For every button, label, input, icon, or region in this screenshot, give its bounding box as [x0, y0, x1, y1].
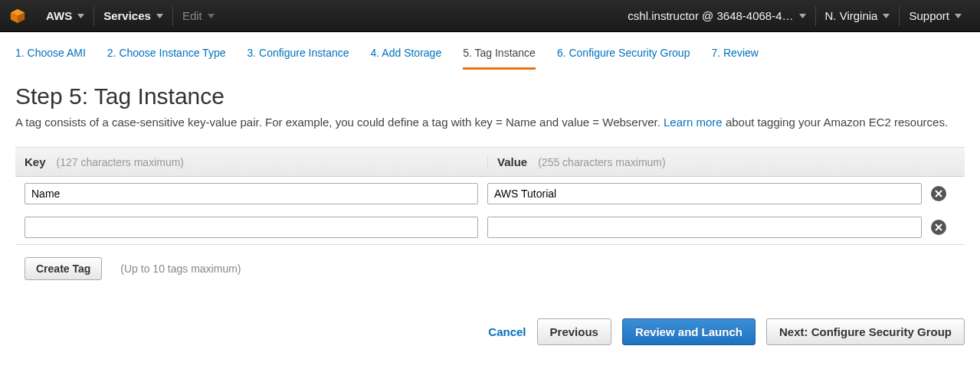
account-label: cshl.instructor @ 3648-4068-4… [628, 9, 793, 22]
tag-key-input[interactable] [25, 183, 478, 204]
aws-menu[interactable]: AWS [37, 0, 93, 32]
svg-marker-7 [883, 14, 890, 18]
edit-menu[interactable]: Edit [173, 0, 224, 32]
wizard-footer: Cancel Previous Review and Launch Next: … [0, 305, 980, 359]
step-choose-ami[interactable]: 1. Choose AMI [15, 46, 86, 70]
page-description: A tag consists of a case-sensitive key-v… [15, 114, 965, 131]
svg-marker-4 [156, 14, 163, 18]
svg-marker-8 [955, 14, 962, 18]
step-choose-instance-type[interactable]: 2. Choose Instance Type [107, 46, 226, 70]
step-tag-instance[interactable]: 5. Tag Instance [463, 46, 536, 70]
region-menu[interactable]: N. Virginia [816, 0, 900, 32]
caret-down-icon [77, 14, 84, 18]
previous-button[interactable]: Previous [537, 318, 611, 345]
step-review[interactable]: 7. Review [711, 46, 758, 70]
aws-menu-label: AWS [46, 9, 72, 22]
main-content: Step 5: Tag Instance A tag consists of a… [0, 70, 980, 305]
value-header-label: Value [497, 155, 527, 168]
tag-value-input[interactable] [487, 183, 922, 204]
tag-table-header: Key (127 characters maximum) Value (255 … [15, 148, 965, 177]
caret-down-icon [955, 14, 962, 18]
tag-row [15, 177, 965, 210]
cancel-link[interactable]: Cancel [488, 325, 526, 338]
account-menu[interactable]: cshl.instructor @ 3648-4068-4… [618, 0, 814, 32]
region-label: N. Virginia [825, 9, 878, 22]
caret-down-icon [208, 14, 215, 18]
svg-marker-6 [799, 14, 806, 18]
desc-post: about tagging your Amazon EC2 resources. [723, 116, 948, 129]
key-header-hint: (127 characters maximum) [57, 156, 185, 168]
caret-down-icon [156, 14, 163, 18]
svg-marker-5 [208, 14, 215, 18]
tag-table: Key (127 characters maximum) Value (255 … [15, 147, 965, 245]
create-tag-button[interactable]: Create Tag [25, 257, 102, 280]
page-title: Step 5: Tag Instance [15, 83, 965, 109]
key-header-label: Key [25, 155, 46, 168]
create-tag-row: Create Tag (Up to 10 tags maximum) [15, 245, 965, 289]
support-menu[interactable]: Support [900, 0, 971, 32]
tag-key-input[interactable] [25, 217, 478, 238]
aws-logo-icon [9, 8, 26, 24]
caret-down-icon [883, 14, 890, 18]
desc-pre: A tag consists of a case-sensitive key-v… [15, 116, 664, 129]
edit-menu-label: Edit [182, 9, 202, 22]
services-menu[interactable]: Services [94, 0, 172, 32]
support-label: Support [909, 9, 949, 22]
create-tag-hint: (Up to 10 tags maximum) [120, 263, 241, 275]
svg-marker-3 [77, 14, 84, 18]
col-header-key: Key (127 characters maximum) [25, 155, 487, 168]
tag-value-input[interactable] [487, 217, 922, 238]
remove-tag-icon[interactable] [931, 220, 946, 235]
remove-tag-icon[interactable] [931, 186, 946, 201]
wizard-steps: 1. Choose AMI 2. Choose Instance Type 3.… [0, 32, 980, 70]
tag-row [15, 210, 965, 244]
next-button[interactable]: Next: Configure Security Group [766, 318, 965, 345]
review-and-launch-button[interactable]: Review and Launch [622, 318, 755, 345]
step-configure-instance[interactable]: 3. Configure Instance [247, 46, 349, 70]
services-menu-label: Services [103, 9, 151, 22]
learn-more-link[interactable]: Learn more [664, 116, 723, 129]
caret-down-icon [799, 14, 806, 18]
step-add-storage[interactable]: 4. Add Storage [371, 46, 442, 70]
step-configure-security-group[interactable]: 6. Configure Security Group [557, 46, 690, 70]
col-header-value: Value (255 characters maximum) [487, 155, 922, 168]
aws-topbar: AWS Services Edit cshl.instructor @ 3648… [0, 0, 980, 32]
value-header-hint: (255 characters maximum) [538, 156, 666, 168]
